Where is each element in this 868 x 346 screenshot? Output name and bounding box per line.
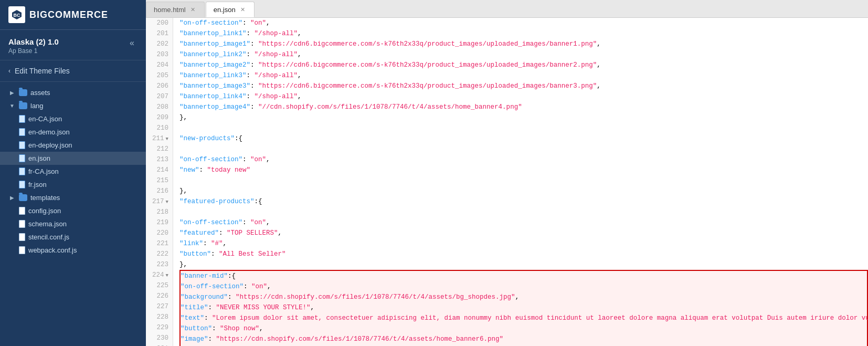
line-number: 214	[146, 165, 173, 175]
svg-text:BC: BC	[14, 13, 20, 18]
code-line: "bannertop_image4": "//cdn.shopify.com/s…	[179, 102, 868, 112]
file-icon-en-demo	[19, 128, 25, 136]
chevron-right-icon: ▶	[8, 90, 16, 96]
file-config-label: config.json	[28, 207, 61, 215]
file-stencil-label: stencil.conf.js	[28, 233, 69, 241]
file-icon-en	[19, 154, 25, 162]
file-en-deploy-label: en-deploy.json	[28, 141, 72, 149]
line-number: 227	[146, 301, 173, 312]
code-line: "bannertop_link1": "/shop-all",	[179, 28, 868, 39]
line-number: 211	[146, 133, 173, 144]
file-en-label: en.json	[28, 154, 50, 162]
code-line: "on-off-section": "on",	[179, 217, 868, 228]
theme-info: Alaska (2) 1.0 Ap Base 1 «	[0, 30, 146, 60]
code-line: "button": "Shop now",	[181, 323, 867, 334]
line-number: 203	[146, 49, 173, 60]
file-icon-stencil	[19, 233, 25, 241]
line-number: 231	[146, 343, 173, 346]
line-number: 204	[146, 60, 173, 70]
file-en-CA-label: en-CA.json	[28, 115, 62, 123]
folder-assets-icon	[19, 89, 27, 96]
file-schema-label: schema.json	[28, 220, 67, 228]
code-line: "featured": "TOP SELLERS",	[179, 228, 868, 238]
code-line: "bannertop_link4": "/shop-all",	[179, 91, 868, 102]
line-number: 223	[146, 259, 173, 270]
code-line: "button": "All Best Seller"	[179, 249, 868, 259]
app-name: BIGCOMMERCE	[29, 9, 108, 20]
line-number: 218	[146, 207, 173, 217]
folder-assets-label: assets	[30, 89, 50, 97]
editor-container[interactable]: 2002012022032042052062072082092102112122…	[146, 18, 868, 346]
code-line	[179, 144, 868, 154]
file-en-demo-json[interactable]: en-demo.json	[0, 125, 146, 139]
code-line: "bannertop_image3": "https://cdn6.bigcom…	[179, 81, 868, 91]
line-number: 210	[146, 123, 173, 133]
tab-home-html-label: home.html	[154, 6, 186, 14]
code-line	[179, 123, 868, 133]
file-config-json[interactable]: config.json	[0, 204, 146, 217]
line-number: 212	[146, 144, 173, 154]
code-line	[179, 207, 868, 217]
file-schema-json[interactable]: schema.json	[0, 217, 146, 230]
code-line: "text": "Lorem ipsum dolor sit amet, con…	[181, 313, 867, 323]
code-line: "bannertop_link2": "/shop-all",	[179, 49, 868, 60]
line-number: 201	[146, 28, 173, 39]
line-number: 222	[146, 249, 173, 259]
line-number: 205	[146, 70, 173, 81]
folder-templates[interactable]: ▶ templates	[0, 191, 146, 204]
tab-home-html-close[interactable]: ✕	[189, 6, 197, 14]
line-number: 216	[146, 186, 173, 196]
folder-templates-icon	[19, 194, 27, 201]
file-en-deploy-json[interactable]: en-deploy.json	[0, 139, 146, 152]
chevron-left-icon: ‹	[8, 67, 10, 75]
file-webpack-conf-js[interactable]: webpack.conf.js	[0, 244, 146, 257]
code-line: "on-off-section": "on",	[181, 281, 867, 292]
code-line: "new-products":{	[179, 133, 868, 144]
sidebar: BC BIGCOMMERCE Alaska (2) 1.0 Ap Base 1 …	[0, 0, 146, 346]
file-fr-json[interactable]: fr.json	[0, 178, 146, 191]
file-icon-fr	[19, 181, 25, 188]
line-number: 207	[146, 91, 173, 102]
line-numbers: 2002012022032042052062072082092102112122…	[146, 18, 173, 346]
code-line: "new": "today new"	[179, 165, 868, 175]
file-icon-en-CA	[19, 115, 25, 123]
highlighted-block: "banner-mid":{ "on-off-section": "on", "…	[179, 270, 868, 346]
code-line: "title": "NEVER MISS YOUR STYLE!",	[181, 302, 867, 313]
file-fr-CA-json[interactable]: fr-CA.json	[0, 165, 146, 178]
file-en-CA-json[interactable]: en-CA.json	[0, 112, 146, 125]
code-line: "bannertop_image1": "https://cdn6.bigcom…	[179, 39, 868, 49]
tab-en-json-close[interactable]: ✕	[239, 6, 247, 14]
file-icon-en-deploy	[19, 141, 25, 149]
code-line: "banner-mid":{	[181, 271, 867, 281]
line-number: 215	[146, 175, 173, 186]
logo-icon: BC	[8, 6, 25, 23]
line-number: 229	[146, 322, 173, 333]
folder-lang-icon	[19, 102, 27, 109]
folder-lang[interactable]: ▼ lang	[0, 99, 146, 112]
file-en-demo-label: en-demo.json	[28, 128, 70, 136]
code-content[interactable]: "on-off-section": "on", "bannertop_link1…	[173, 18, 868, 346]
tabs-bar: home.html ✕ en.json ✕	[146, 0, 868, 18]
line-number: 221	[146, 238, 173, 249]
file-icon-schema	[19, 220, 25, 228]
file-icon-config	[19, 207, 25, 215]
file-webpack-label: webpack.conf.js	[28, 246, 77, 254]
folder-templates-label: templates	[30, 194, 60, 202]
code-line: },	[179, 186, 868, 196]
line-number: 219	[146, 217, 173, 228]
chevron-right-icon-templates: ▶	[8, 195, 16, 201]
line-number: 230	[146, 333, 173, 343]
code-line: "link": "#",	[179, 238, 868, 249]
collapse-button[interactable]: «	[126, 37, 137, 49]
file-en-json[interactable]: en.json	[0, 152, 146, 165]
tab-en-json[interactable]: en.json ✕	[206, 2, 255, 17]
line-number: 208	[146, 102, 173, 112]
file-stencil-conf-js[interactable]: stencil.conf.js	[0, 230, 146, 244]
tab-home-html[interactable]: home.html ✕	[146, 2, 205, 17]
code-line: },	[179, 259, 868, 270]
file-fr-CA-label: fr-CA.json	[28, 167, 59, 175]
edit-theme-files-nav[interactable]: ‹ Edit Theme Files	[0, 60, 146, 82]
line-number: 220	[146, 228, 173, 238]
code-line: "featured-products":{	[179, 196, 868, 207]
folder-assets[interactable]: ▶ assets	[0, 86, 146, 99]
